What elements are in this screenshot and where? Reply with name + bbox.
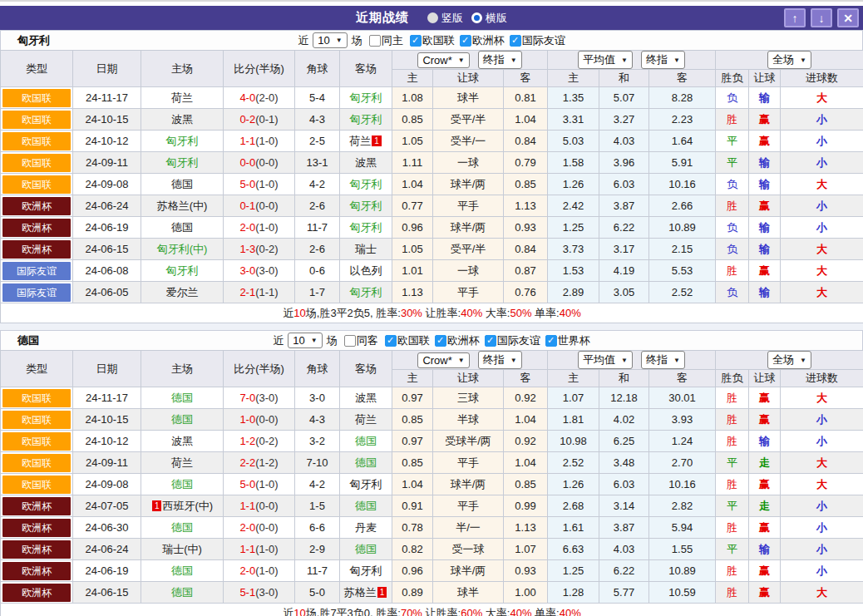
- full-match-select[interactable]: 全场▼: [767, 351, 811, 369]
- team-label: 瑞士: [355, 243, 377, 255]
- layout-radio-vertical[interactable]: 竖版: [427, 11, 463, 26]
- col-odds-away: 客: [504, 370, 548, 387]
- handicap-result-cell: 赢: [749, 409, 781, 431]
- avg-away-cell: 3.93: [649, 409, 716, 431]
- summary-text: 大率:: [482, 607, 510, 616]
- avg-away-cell: 1.64: [649, 131, 716, 152]
- full-match-select[interactable]: 全场▼: [767, 51, 811, 69]
- final-index-select-2[interactable]: 终指▼: [641, 351, 685, 369]
- away-odds-cell: 1.13: [504, 517, 548, 539]
- away-team-cell: 苏格兰1: [340, 582, 392, 604]
- league-checkbox-0[interactable]: ✓欧国联: [405, 33, 455, 48]
- goals-cell: 大: [781, 260, 863, 282]
- corner-cell: 4-3: [295, 409, 340, 431]
- radio-unselected-icon[interactable]: [427, 12, 438, 23]
- checkbox-checked-icon[interactable]: ✓: [435, 335, 446, 347]
- handicap-result-cell: 赢: [749, 387, 781, 409]
- league-checkbox-1[interactable]: ✓欧洲杯: [455, 33, 505, 48]
- average-select[interactable]: 平均值▼: [578, 351, 633, 369]
- fulltime-score: 1-3: [239, 243, 255, 255]
- handicap-result-cell: 输: [749, 152, 781, 174]
- handicap-result-cell: 走: [749, 452, 781, 474]
- checkbox-checked-icon[interactable]: ✓: [485, 335, 496, 347]
- layout-radio-horizontal[interactable]: 横版: [471, 11, 507, 26]
- checkbox-unchecked-icon[interactable]: [369, 35, 381, 47]
- bookmaker-select[interactable]: Crow*▼: [417, 352, 469, 368]
- avg-home-cell: 10.98: [548, 431, 599, 452]
- result-cell: 胜: [716, 517, 749, 539]
- type-cell: 国际友谊: [1, 282, 73, 303]
- away-team-cell: 以色列: [340, 260, 392, 282]
- league-checkbox-0[interactable]: ✓欧国联: [380, 333, 430, 348]
- corner-cell: 5-4: [295, 87, 340, 109]
- goals-cell: 大: [781, 474, 863, 495]
- league-checkbox-2[interactable]: ✓国际友谊: [480, 333, 540, 348]
- checkbox-unchecked-icon[interactable]: [344, 335, 356, 347]
- halftime-score: (1-0): [255, 135, 278, 147]
- away-odds-cell: 1.07: [504, 539, 548, 560]
- match-count-select[interactable]: 10 ▼: [288, 333, 322, 348]
- league-label: 欧洲杯: [472, 33, 505, 48]
- type-cell: 欧国联: [1, 131, 73, 152]
- final-index-select[interactable]: 终指▼: [478, 351, 522, 369]
- team-label: 匈牙利: [350, 478, 382, 490]
- league-checkbox-1[interactable]: ✓欧洲杯: [430, 333, 480, 348]
- checkbox-checked-icon[interactable]: ✓: [460, 35, 471, 47]
- competition-badge: 欧国联: [2, 132, 71, 150]
- match-row: 国际友谊24-06-05爱尔兰2-1(1-1)1-7匈牙利1.13平手0.762…: [1, 282, 863, 303]
- away-odds-cell: 0.85: [504, 474, 548, 495]
- col-corner: 角球: [295, 351, 340, 387]
- match-row: 欧洲杯24-06-15德国5-1(3-0)5-0苏格兰10.89球半1.001.…: [1, 582, 863, 604]
- home-team-cell: 苏格兰(中): [141, 195, 224, 217]
- match-count-select[interactable]: 10 ▼: [313, 32, 347, 48]
- competition-badge: 欧国联: [2, 454, 71, 472]
- bookmaker-select[interactable]: Crow*▼: [417, 52, 469, 68]
- final-index-select-2[interactable]: 终指▼: [641, 51, 685, 69]
- avg-draw-cell: 3.05: [599, 282, 649, 303]
- col-home: 主场: [141, 351, 224, 387]
- away-team-cell: 波黑: [340, 152, 392, 174]
- avg-home-cell: 1.26: [548, 174, 599, 195]
- avg-away-cell: 5.94: [649, 517, 716, 539]
- away-team-cell: 匈牙利: [340, 217, 392, 239]
- halftime-score: (0-2): [255, 243, 278, 255]
- chevron-down-icon: ▼: [673, 57, 680, 64]
- match-row: 欧洲杯24-06-24瑞士(中)1-1(1-0)2-9德国0.82受一球1.07…: [1, 539, 863, 560]
- score-cell: 1-0(0-0): [224, 409, 295, 431]
- league-checkbox-3[interactable]: ✓世界杯: [540, 333, 590, 348]
- checkbox-checked-icon[interactable]: ✓: [510, 35, 521, 47]
- col-goals: 进球数: [781, 370, 863, 387]
- avg-home-cell: 1.53: [548, 260, 599, 282]
- same-home-checkbox[interactable]: 同主: [364, 33, 403, 48]
- match-row: 欧洲杯24-06-24苏格兰(中)0-1(0-0)2-6匈牙利0.77平手1.1…: [1, 195, 863, 217]
- league-checkbox-2[interactable]: ✓国际友谊: [505, 33, 565, 48]
- chevron-down-icon: ▼: [510, 57, 517, 64]
- fulltime-score: 1-1: [239, 543, 255, 555]
- summary-stat-value: 10: [293, 607, 305, 616]
- avg-away-cell: 10.16: [649, 174, 716, 195]
- move-down-button[interactable]: ↓: [811, 8, 832, 27]
- checkbox-checked-icon[interactable]: ✓: [545, 335, 557, 347]
- away-team-cell: 波黑: [340, 387, 392, 409]
- average-select[interactable]: 平均值▼: [578, 51, 633, 69]
- handicap-result-cell: 走: [749, 495, 781, 517]
- radio-selected-icon[interactable]: [471, 12, 482, 23]
- fulltime-score: 0-2: [239, 113, 255, 126]
- handicap-cell: 受平/半: [433, 239, 504, 260]
- team-name: 匈牙利: [17, 33, 50, 48]
- results-table-hungary: 类型 日期 主场 比分(半场) 角球 客场 Crow*▼ 终指▼ 平均值▼ 终指…: [0, 50, 863, 323]
- checkbox-checked-icon[interactable]: ✓: [410, 35, 422, 47]
- col-odds-handicap: 让球: [433, 370, 504, 387]
- home-team-cell: 瑞士(中): [141, 539, 224, 560]
- avg-draw-cell: 3.14: [599, 495, 649, 517]
- type-cell: 欧国联: [1, 452, 73, 474]
- move-up-button[interactable]: ↑: [784, 8, 806, 27]
- checkbox-checked-icon[interactable]: ✓: [385, 335, 397, 347]
- same-away-checkbox[interactable]: 同客: [339, 333, 378, 348]
- score-cell: 0-2(0-1): [224, 109, 295, 131]
- handicap-result-cell: 赢: [749, 517, 781, 539]
- arrow-up-icon: ↑: [792, 12, 798, 24]
- team-label: 波黑: [355, 392, 377, 404]
- final-index-select[interactable]: 终指▼: [478, 51, 522, 69]
- close-button[interactable]: ✕: [837, 8, 859, 27]
